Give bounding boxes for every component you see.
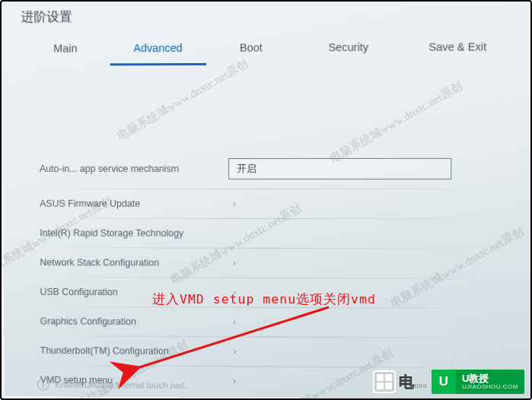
help-bar: i Enable/Disable internal touch pad.	[37, 379, 187, 392]
divider	[37, 247, 498, 249]
chevron-right-icon: ›	[233, 317, 236, 328]
logo-dnxtc: 电...	[373, 370, 427, 393]
row-graphics-config[interactable]: Graphics Configuration ›	[37, 309, 499, 336]
tab-save-exit[interactable]: Save & Exit	[401, 34, 514, 65]
tab-boot[interactable]: Boot	[206, 35, 296, 65]
logo-u-small: UJIAOSHOU.COM	[462, 383, 518, 390]
network-stack-label: Network Stack Configuration	[40, 257, 228, 268]
tab-advanced[interactable]: Advanced	[110, 36, 206, 66]
chevron-right-icon: ›	[233, 258, 236, 268]
auto-app-service-value: 开启	[237, 162, 256, 176]
chevron-right-icon: ›	[233, 376, 236, 386]
row-intel-rst[interactable]: Intel(R) Rapid Storage Technology	[37, 221, 498, 247]
source-logos: 电... U U教授 UJIAOSHOU.COM	[373, 370, 524, 394]
logo-u-letter: U	[439, 374, 448, 389]
logo-ujiaoshou: U U教授 UJIAOSHOU.COM	[432, 370, 524, 394]
grid-icon	[373, 370, 396, 393]
chevron-right-icon: ›	[233, 346, 236, 357]
tab-main[interactable]: Main	[21, 36, 110, 65]
help-text: Enable/Disable internal touch pad.	[56, 380, 187, 390]
tab-security[interactable]: Security	[296, 35, 401, 65]
auto-app-service-dropdown[interactable]: 开启	[228, 158, 451, 179]
row-network-stack[interactable]: Network Stack Configuration ›	[37, 249, 498, 276]
asus-firmware-update-label: ASUS Firmware Update	[40, 198, 228, 209]
annotation-text: 进入VMD setup menu选项关闭vmd	[152, 291, 376, 308]
logo-u-big: U教授	[462, 373, 518, 383]
page-title: 进阶设置	[21, 6, 514, 26]
intel-rst-label: Intel(R) Rapid Storage Technology	[40, 228, 228, 239]
row-thunderbolt-config[interactable]: Thunderbolt(TM) Configuration ›	[37, 338, 498, 366]
graphics-config-label: Graphics Configuration	[40, 316, 229, 328]
thunderbolt-config-label: Thunderbolt(TM) Configuration	[40, 345, 228, 357]
row-asus-firmware-update[interactable]: ASUS Firmware Update ›	[37, 191, 499, 217]
info-icon: i	[37, 379, 49, 391]
chevron-right-icon: ›	[233, 198, 236, 209]
tab-bar: Main Advanced Boot Security Save & Exit	[21, 34, 514, 66]
divider	[37, 189, 499, 189]
logo-dnxtc-text: 电...	[399, 372, 427, 392]
auto-app-service-label: Auto-in... app service mechanism	[40, 163, 228, 174]
row-auto-app-service[interactable]: Auto-in... app service mechanism 开启	[37, 151, 499, 187]
divider	[37, 218, 498, 220]
